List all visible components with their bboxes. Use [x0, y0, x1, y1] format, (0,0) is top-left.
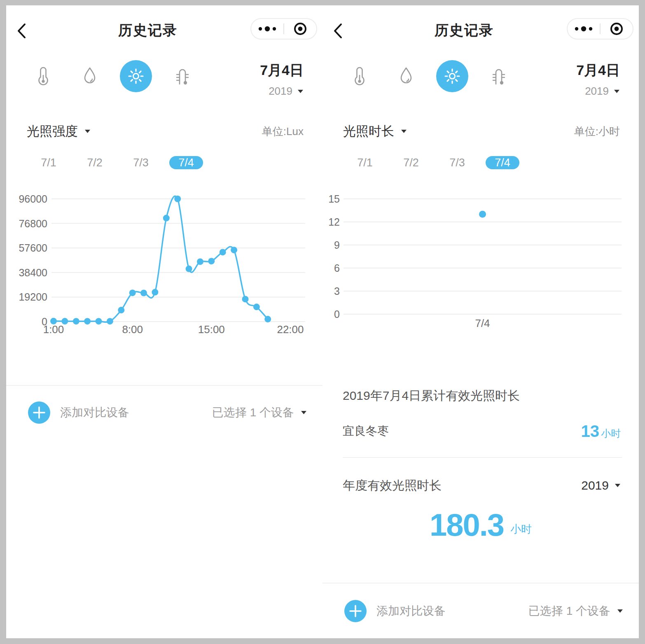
plus-icon: [349, 605, 362, 617]
add-compare-label: 添加对比设备: [376, 603, 446, 619]
svg-text:22:00: 22:00: [277, 323, 304, 336]
day-tab-7-4-selected[interactable]: 7/4: [169, 156, 203, 169]
thermometer-icon: [34, 65, 53, 87]
date-label: 7月4日: [260, 61, 304, 80]
annual-total-unit: 小时: [510, 522, 532, 541]
sun-icon: [126, 67, 145, 86]
daily-summary-heading: 2019年7月4日累计有效光照时长: [343, 387, 620, 404]
svg-text:1:00: 1:00: [43, 323, 64, 336]
day-tab-7-3[interactable]: 7/3: [449, 156, 465, 169]
thermometer-icon: [350, 65, 369, 87]
date-selector[interactable]: 7月4日 2019: [260, 61, 304, 98]
more-button[interactable]: [251, 19, 283, 39]
plus-icon: [33, 406, 45, 419]
metric-selector[interactable]: 光照强度: [27, 123, 91, 140]
chevron-down-icon: [297, 89, 304, 93]
compare-row: 添加对比设备 已选择 1 个设备: [322, 600, 623, 623]
add-compare-device-button[interactable]: [344, 600, 367, 622]
light-intensity-chart: 019200384005760076800960001:008:0015:002…: [6, 187, 322, 343]
annual-year-dropdown[interactable]: 2019: [581, 478, 621, 492]
tab-temperature[interactable]: [349, 65, 370, 87]
tab-humidity[interactable]: [79, 65, 100, 87]
tab-light-selected[interactable]: [120, 60, 152, 92]
history-panel-duration: 历史记录: [322, 5, 639, 638]
water-drop-icon: [81, 65, 99, 87]
date-label: 7月4日: [576, 61, 620, 80]
annual-label: 年度有效光照时长: [343, 477, 442, 494]
tab-soil[interactable]: [488, 65, 509, 87]
water-drop-icon: [397, 65, 415, 87]
more-dots-icon: [257, 26, 278, 32]
svg-text:57600: 57600: [19, 242, 47, 254]
annual-total-number: 180.3: [430, 509, 504, 541]
svg-text:19200: 19200: [19, 291, 47, 303]
back-button[interactable]: [332, 23, 349, 39]
svg-text:8:00: 8:00: [122, 323, 143, 336]
chevron-down-icon: [615, 483, 621, 488]
selected-devices-label: 已选择 1 个设备: [528, 603, 610, 619]
tab-light-selected[interactable]: [436, 60, 468, 92]
miniprogram-capsule: [567, 18, 633, 40]
date-selector[interactable]: 7月4日 2019: [576, 61, 620, 98]
annual-summary-row: 年度有效光照时长 2019: [343, 477, 621, 494]
minimize-button[interactable]: [284, 19, 316, 39]
svg-text:9: 9: [334, 239, 340, 251]
back-chevron-icon: [332, 23, 343, 39]
page-title: 历史记录: [56, 21, 240, 40]
day-tab-7-1[interactable]: 7/1: [41, 156, 56, 169]
sun-icon: [443, 67, 462, 86]
history-panel-intensity: 历史记录: [6, 5, 322, 638]
svg-text:96000: 96000: [19, 193, 47, 205]
miniprogram-capsule: [250, 18, 317, 40]
page-title: 历史记录: [372, 21, 556, 40]
day-tab-7-2[interactable]: 7/2: [403, 156, 419, 169]
tab-temperature[interactable]: [33, 65, 54, 87]
svg-text:12: 12: [328, 216, 340, 228]
add-compare-device-button[interactable]: [28, 401, 50, 424]
metric-selector[interactable]: 光照时长: [343, 123, 407, 140]
metric-row: 光照时长 单位:小时: [343, 124, 620, 139]
chevron-down-icon: [617, 609, 623, 613]
target-circle-icon: [609, 21, 624, 36]
soil-probe-icon: [489, 65, 508, 87]
selected-devices-dropdown[interactable]: 已选择 1 个设备: [212, 405, 307, 420]
day-tab-7-3[interactable]: 7/3: [133, 156, 149, 169]
day-tab-7-4-selected[interactable]: 7/4: [486, 156, 519, 169]
divider: [6, 385, 322, 386]
tab-humidity[interactable]: [395, 65, 417, 87]
day-tabs: 7/1 7/2 7/3 7/4: [322, 156, 639, 169]
more-button[interactable]: [568, 19, 600, 39]
svg-text:6: 6: [334, 262, 340, 274]
svg-text:3: 3: [334, 285, 340, 297]
svg-text:15:00: 15:00: [198, 323, 225, 336]
selected-devices-dropdown[interactable]: 已选择 1 个设备: [528, 603, 623, 619]
compare-row: 添加对比设备 已选择 1 个设备: [6, 401, 307, 424]
device-summary-row: 宜良冬枣 13 小时: [343, 420, 621, 443]
more-dots-icon: [573, 26, 594, 32]
device-name: 宜良冬枣: [343, 423, 389, 439]
tab-soil[interactable]: [172, 65, 193, 87]
divider: [322, 583, 639, 583]
minimize-button[interactable]: [601, 19, 633, 39]
target-circle-icon: [293, 21, 308, 36]
annual-year-label: 2019: [581, 478, 609, 492]
svg-text:7/4: 7/4: [475, 317, 490, 329]
back-chevron-icon: [16, 23, 27, 39]
chevron-down-icon: [84, 129, 91, 133]
day-tab-7-2[interactable]: 7/2: [87, 156, 103, 169]
divider: [343, 457, 622, 458]
duration-unit: 小时: [601, 427, 621, 440]
svg-text:38400: 38400: [19, 267, 47, 278]
svg-text:0: 0: [334, 308, 340, 320]
svg-text:76800: 76800: [19, 218, 47, 229]
metric-label: 光照时长: [343, 123, 394, 140]
day-tab-7-1[interactable]: 7/1: [357, 156, 373, 169]
year-label: 2019: [585, 85, 609, 98]
selected-devices-label: 已选择 1 个设备: [212, 405, 294, 420]
back-button[interactable]: [16, 23, 33, 39]
chevron-down-icon: [614, 89, 620, 93]
chevron-down-icon: [301, 411, 307, 415]
duration-number: 13: [581, 422, 600, 441]
metric-row: 光照强度 单位:Lux: [27, 124, 304, 139]
add-compare-label: 添加对比设备: [60, 405, 129, 420]
